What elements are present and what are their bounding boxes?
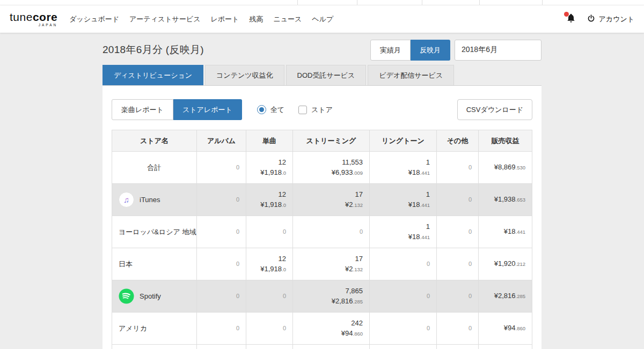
store-report-button[interactable]: ストアレポート — [173, 99, 242, 120]
tab-inactive[interactable]: DOD受託サービス — [286, 65, 367, 85]
ringtone-cell: 1¥18.441 — [370, 216, 437, 248]
streaming-cell: 41 — [293, 345, 370, 349]
nav-link[interactable]: 残高 — [249, 14, 263, 24]
service-tabs: ディストリビューションコンテンツ収益化DOD受託サービスビデオ配信サービス — [103, 65, 541, 85]
single-cell: 12¥1,918.0 — [246, 152, 293, 184]
other-cell: 0 — [437, 248, 479, 280]
other-cell: 0 — [437, 216, 479, 248]
store-name-cell — [112, 345, 197, 349]
song-report-button[interactable]: 楽曲レポート — [112, 99, 173, 120]
store-name-cell: ヨーロッパ&ロシア 地域 — [112, 216, 197, 248]
column-header: ストリーミング — [293, 130, 370, 152]
column-divider — [297, 0, 298, 5]
column-header: 販売収益 — [479, 130, 532, 152]
column-header: アルバム — [197, 130, 246, 152]
album-cell: 0 — [197, 184, 246, 216]
table-row: 41 — [112, 345, 532, 349]
store-name-label: Spotify — [140, 292, 161, 300]
album-cell — [197, 345, 246, 349]
column-divider — [422, 0, 422, 5]
report-type-toggle: 楽曲レポート ストアレポート — [112, 99, 242, 120]
account-button[interactable]: アカウント — [587, 14, 634, 24]
store-name-cell: ♫iTunes — [112, 184, 197, 216]
store-name-cell: 合計 — [112, 152, 197, 184]
store-name-cell: 日本 — [112, 248, 197, 280]
filter-group: 全て ストア — [257, 105, 333, 115]
album-cell: 0 — [197, 313, 246, 345]
ringtone-cell — [370, 345, 437, 349]
table-row: ヨーロッパ&ロシア 地域0001¥18.4410¥18.441 — [112, 216, 532, 248]
revenue-cell: ¥8,869.530 — [479, 152, 532, 184]
single-cell: 0 — [246, 216, 293, 248]
store-checkbox[interactable] — [298, 106, 307, 114]
top-navbar: tunecore JAPAN ダッシュボードアーティストサービスレポート残高ニュ… — [0, 5, 644, 33]
table-row: 日本012¥1,918.017¥2.13200¥1,920.212 — [112, 248, 532, 280]
month-select[interactable]: 2018年6月 — [455, 40, 541, 61]
column-divider — [357, 0, 357, 5]
main-nav: ダッシュボードアーティストサービスレポート残高ニュースヘルプ — [69, 14, 333, 24]
notifications-button[interactable] — [566, 13, 576, 26]
streaming-cell: 17¥2.132 — [293, 248, 370, 280]
nav-link[interactable]: ヘルプ — [312, 14, 333, 24]
tunecore-logo[interactable]: tunecore JAPAN — [10, 11, 57, 27]
tab-inactive[interactable]: コンテンツ収益化 — [205, 65, 284, 85]
ringtone-cell: 1¥18.441 — [370, 184, 437, 216]
itunes-icon: ♫ — [119, 192, 134, 207]
nav-link[interactable]: レポート — [211, 14, 239, 24]
column-divider — [479, 0, 480, 5]
column-divider — [542, 0, 543, 5]
single-cell: 0 — [246, 313, 293, 345]
column-header: リングトーン — [370, 130, 437, 152]
power-icon — [587, 14, 595, 24]
table-row: アメリカ00242¥94.86000¥94.860 — [112, 313, 532, 345]
table-header: ストア名アルバム単曲ストリーミングリングトーンその他販売収益 — [112, 130, 532, 152]
revenue-cell: ¥2,816.285 — [479, 280, 532, 313]
streaming-cell: 17¥2.132 — [293, 184, 370, 216]
column-header: 単曲 — [246, 130, 293, 152]
csv-download-button[interactable]: CSVダウンロード — [457, 99, 532, 120]
all-radio[interactable] — [257, 105, 266, 114]
table-row: Spotify007,865¥2,816.28500¥2,816.285 — [112, 280, 532, 313]
single-cell: 12¥1,918.0 — [246, 248, 293, 280]
store-report-table: ストア名アルバム単曲ストリーミングリングトーンその他販売収益 合計012¥1,9… — [112, 130, 532, 349]
other-cell: 0 — [437, 184, 479, 216]
streaming-cell: 7,865¥2,816.285 — [293, 280, 370, 313]
tab-inactive[interactable]: ビデオ配信サービス — [368, 65, 454, 85]
main-content: 2018年6月分 (反映月) 実績月 反映月 2018年6月 ディストリビューシ… — [103, 33, 541, 349]
revenue-cell: ¥1,938.653 — [479, 184, 532, 216]
album-cell: 0 — [197, 280, 246, 313]
album-cell: 0 — [197, 248, 246, 280]
other-cell: 0 — [437, 280, 479, 313]
store-name-label: ヨーロッパ&ロシア 地域 — [119, 227, 196, 237]
month-controls: 実績月 反映月 2018年6月 — [370, 40, 541, 61]
streaming-cell: 11,553¥6,933.009 — [293, 152, 370, 184]
table-row: 合計012¥1,918.011,553¥6,933.0091¥18.4410¥8… — [112, 152, 532, 184]
month-select-value: 2018年6月 — [462, 45, 497, 55]
album-cell: 0 — [197, 152, 246, 184]
actual-month-button[interactable]: 実績月 — [370, 40, 411, 61]
nav-link[interactable]: ニュース — [273, 14, 302, 24]
nav-link[interactable]: アーティストサービス — [129, 14, 200, 24]
streaming-cell: 0 — [293, 216, 370, 248]
spotify-icon — [119, 288, 134, 304]
store-name-label: アメリカ — [119, 324, 147, 333]
logo-text: tunecore — [10, 11, 57, 23]
page-header: 2018年6月分 (反映月) 実績月 反映月 2018年6月 — [103, 39, 541, 61]
store-name-label: 合計 — [148, 163, 162, 173]
column-header: ストア名 — [112, 130, 197, 152]
page-title: 2018年6月分 (反映月) — [103, 43, 204, 57]
store-name-label: 日本 — [119, 259, 133, 269]
table-body: 合計012¥1,918.011,553¥6,933.0091¥18.4410¥8… — [112, 152, 532, 349]
all-radio-label: 全て — [270, 105, 284, 115]
tab-active[interactable]: ディストリビューション — [103, 65, 203, 85]
revenue-cell: ¥18.441 — [479, 216, 532, 248]
single-cell — [246, 345, 293, 349]
reflected-month-button[interactable]: 反映月 — [411, 40, 450, 61]
month-type-toggle: 実績月 反映月 — [370, 40, 450, 61]
nav-link[interactable]: ダッシュボード — [69, 14, 119, 24]
revenue-cell: ¥94.860 — [479, 313, 532, 345]
store-name-cell: アメリカ — [112, 313, 197, 345]
report-panel: 楽曲レポート ストアレポート 全て ストア CSVダウンロード ストア名アルバム… — [103, 86, 541, 349]
report-controls: 楽曲レポート ストアレポート 全て ストア CSVダウンロード — [112, 99, 532, 120]
ringtone-cell: 0 — [370, 248, 437, 280]
